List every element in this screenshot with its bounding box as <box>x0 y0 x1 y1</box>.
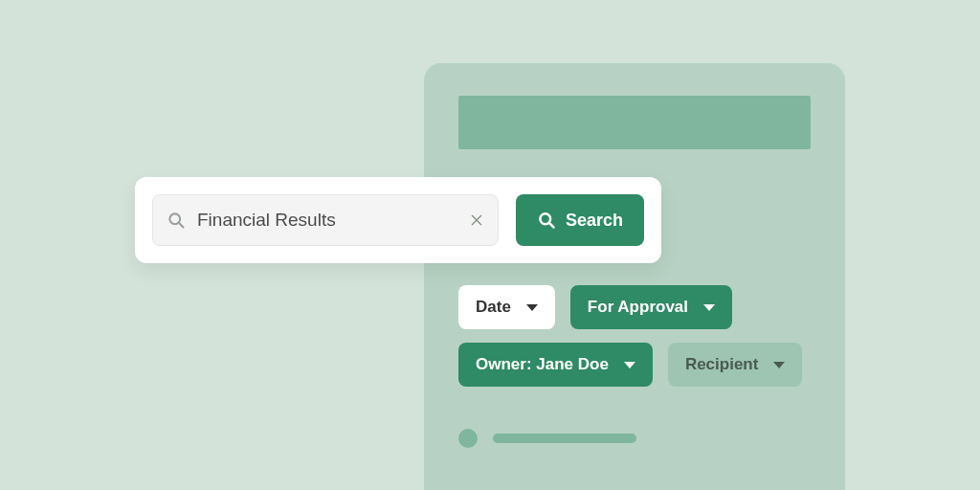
filter-owner[interactable]: Owner: Jane Doe <box>458 343 653 387</box>
chevron-down-icon <box>624 362 635 368</box>
search-icon <box>537 211 556 230</box>
chevron-down-icon <box>526 304 538 311</box>
search-input-wrap[interactable] <box>152 194 499 246</box>
filter-owner-label: Owner: Jane Doe <box>476 355 609 374</box>
search-input[interactable] <box>197 210 457 231</box>
filter-recipient-label: Recipient <box>685 355 759 374</box>
filter-date[interactable]: Date <box>458 285 555 329</box>
search-button-label: Search <box>566 211 623 231</box>
avatar-placeholder <box>458 429 478 448</box>
svg-line-1 <box>179 223 183 227</box>
search-icon <box>167 211 186 230</box>
chevron-down-icon <box>703 304 715 311</box>
filter-status[interactable]: For Approval <box>570 285 732 329</box>
search-panel: Search <box>135 177 661 263</box>
filter-date-label: Date <box>476 298 511 317</box>
list-row-placeholder <box>458 429 811 448</box>
close-icon[interactable] <box>469 212 484 228</box>
svg-line-5 <box>549 223 553 227</box>
filter-status-label: For Approval <box>588 298 688 317</box>
chevron-down-icon <box>773 362 785 368</box>
text-placeholder <box>493 434 636 443</box>
filter-row: Date For Approval Owner: Jane Doe Recipi… <box>458 285 811 387</box>
filter-recipient[interactable]: Recipient <box>668 343 803 387</box>
search-button[interactable]: Search <box>516 194 644 246</box>
svg-point-0 <box>169 213 180 224</box>
results-card: Date For Approval Owner: Jane Doe Recipi… <box>424 63 845 490</box>
card-header-placeholder <box>458 96 811 149</box>
